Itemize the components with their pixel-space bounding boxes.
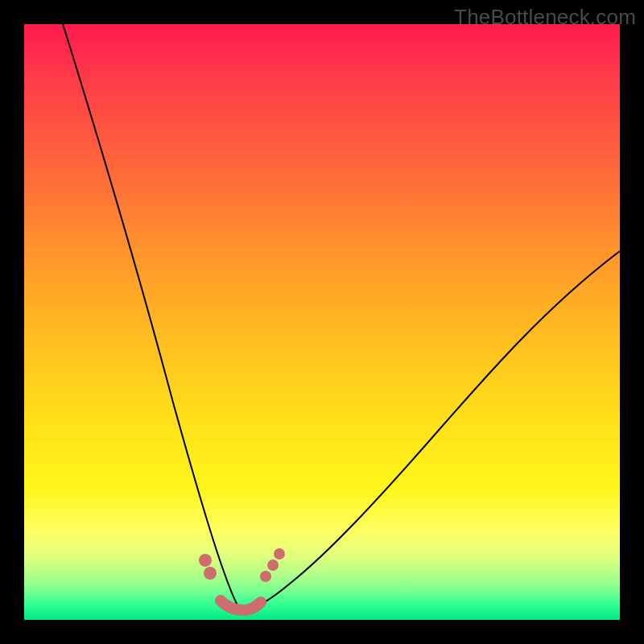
valley-thick-segment xyxy=(221,601,261,610)
marker-dot xyxy=(267,559,279,571)
plot-area xyxy=(24,24,620,620)
marker-dot xyxy=(260,571,271,582)
curve-right-limb xyxy=(240,251,620,610)
chart-frame: TheBottleneck.com xyxy=(0,0,644,644)
watermark-text: TheBottleneck.com xyxy=(454,5,636,30)
marker-dot xyxy=(204,567,217,580)
curve-layer xyxy=(24,24,620,620)
marker-dot xyxy=(199,554,212,567)
marker-dot xyxy=(274,548,285,559)
curve-left-limb xyxy=(60,16,240,610)
